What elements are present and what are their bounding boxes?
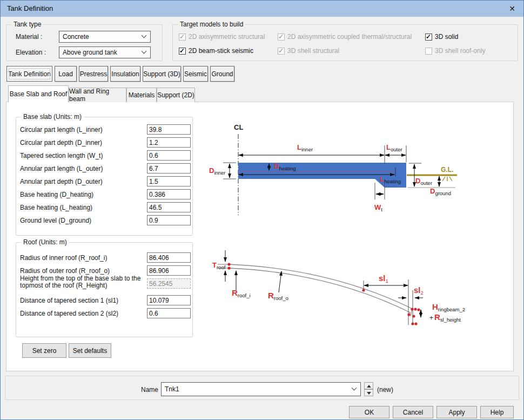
apply-button[interactable]: Apply: [436, 406, 477, 418]
field-label: Height from the top of the base slab to …: [20, 275, 145, 289]
close-icon[interactable]: ✕: [504, 1, 520, 17]
checkbox-2d-axisymmetric-structural: 2D axisymmetric structural: [179, 33, 265, 41]
label-gl: G.L.: [441, 166, 453, 173]
chevron-down-icon: [142, 33, 147, 38]
label-d-outer: Douter: [415, 177, 432, 186]
tab-support-3d[interactable]: Support (3D): [143, 66, 181, 82]
set-zero-button[interactable]: Set zero: [22, 343, 66, 358]
base-slab-diagram: [211, 122, 514, 228]
field-label: Circular part depth (D_inner): [20, 139, 102, 146]
label-l-outer: Louter: [386, 144, 402, 152]
roof-outer-arc: [229, 264, 412, 309]
chevron-down-icon: [142, 49, 147, 54]
l-inner-input[interactable]: [147, 124, 191, 135]
checkbox-3d-shell-roof-only: 3D shell roof-only: [425, 47, 485, 55]
r-height-input: [147, 278, 191, 289]
checkbox-box: [425, 48, 432, 55]
spinner-down-button[interactable]: [364, 389, 373, 396]
ok-button[interactable]: OK: [349, 406, 389, 418]
label-cl: CL: [234, 124, 243, 131]
r-roof-o-input[interactable]: [147, 265, 191, 276]
checkbox-3d-shell-structural: 3D shell structural: [278, 47, 339, 55]
label-d-heating: Dheating: [274, 163, 296, 171]
field-label: Distance of tapered section 2 (sl2): [20, 310, 118, 317]
material-label: Material :: [16, 33, 42, 41]
r-roof-i-input[interactable]: [147, 252, 191, 263]
tab-load[interactable]: Load: [55, 66, 77, 82]
tab-tank-definition[interactable]: Tank Definition: [6, 66, 52, 82]
r-roof-o-arrow: [279, 271, 281, 292]
field-label: Circular part length (L_inner): [20, 126, 103, 134]
tab-ground[interactable]: Ground: [210, 66, 234, 82]
tab-seismic[interactable]: Seismic: [183, 66, 208, 82]
chevron-down-icon: [352, 385, 357, 391]
name-value: Tnk1: [165, 385, 179, 393]
label-l-heating: Lheating: [380, 176, 401, 184]
field-label: Base heating (L_heating): [20, 204, 92, 211]
checkbox-box: [278, 34, 285, 41]
ground-hatch: [442, 177, 452, 181]
label-t-roof: Troof: [212, 262, 225, 270]
label-sl1: sl1: [379, 274, 388, 284]
node-dots: [227, 263, 420, 325]
tank-type-group-title: Tank type: [11, 21, 43, 28]
l-heating-input[interactable]: [147, 202, 191, 212]
label-d-inner: Dinner: [209, 167, 226, 176]
name-label: Name: [141, 386, 158, 394]
checkbox-box[interactable]: [425, 34, 432, 41]
d-ground-input[interactable]: [147, 215, 191, 225]
checkbox-box[interactable]: [179, 48, 186, 55]
roof-group-title: Roof (Units: m): [21, 239, 69, 246]
label-r-sl-height: +Rsl_height: [429, 313, 461, 323]
name-spinner: [364, 382, 373, 396]
label-l-inner: Linner: [297, 144, 313, 152]
roof-diagram: [211, 244, 514, 344]
field-label: Radius of outer roof (R_roof_o): [20, 267, 110, 275]
material-value: Concrete: [63, 33, 89, 41]
name-dropdown[interactable]: Tnk1: [161, 382, 361, 396]
l-outer-input[interactable]: [147, 163, 191, 174]
checkbox-box: [179, 34, 186, 41]
field-label: Annular part length (L_outer): [20, 165, 103, 172]
cancel-button[interactable]: Cancel: [393, 406, 433, 418]
tank-definition-dialog: Tank Definition ✕ Tank type Material : C…: [0, 0, 524, 420]
tab-prestress[interactable]: Prestress: [79, 66, 108, 82]
checkbox-3d-solid[interactable]: 3D solid: [425, 33, 458, 41]
title-bar: Tank Definition ✕: [1, 1, 523, 17]
label-r-roof-o: Rroof_o: [268, 291, 288, 301]
status-new: (new): [377, 386, 393, 394]
field-label: Ground level (D_ground): [20, 217, 91, 224]
set-defaults-button[interactable]: Set defaults: [69, 343, 111, 358]
field-label: Base heating (D_heating): [20, 191, 93, 198]
d-outer-input[interactable]: [147, 176, 191, 186]
target-models-group: [172, 24, 518, 61]
label-w-t: Wt: [374, 204, 382, 212]
label-r-roof-i: Rroof_i: [232, 289, 251, 298]
w-t-input[interactable]: [147, 150, 191, 161]
subtab-base-slab-and-roof[interactable]: Base Slab and Roof: [8, 85, 69, 102]
subtab-materials[interactable]: Materials: [126, 88, 157, 102]
spinner-up-button[interactable]: [364, 382, 373, 389]
help-button[interactable]: Help: [480, 406, 514, 418]
sl1-input[interactable]: [147, 295, 191, 305]
field-label: Distance of tapered section 1 (sl1): [20, 297, 118, 304]
elevation-dropdown[interactable]: Above ground tank: [59, 46, 151, 58]
checkbox-2d-axisymmetric-coupled: 2D axisymmetric coupled thermal/structur…: [278, 33, 412, 41]
d-inner-input[interactable]: [147, 137, 191, 148]
tab-insulation[interactable]: Insulation: [110, 66, 140, 82]
material-dropdown[interactable]: Concrete: [59, 31, 151, 43]
label-sl2: sl2: [414, 286, 424, 296]
checkbox-box: [278, 48, 285, 55]
subtab-wall-and-ring-beam[interactable]: Wall and Ring beam: [69, 88, 126, 102]
checkbox-2d-beam-stick-seismic[interactable]: 2D beam-stick seismic: [179, 47, 253, 55]
field-label: Annular part depth (D_outer): [20, 178, 103, 185]
elevation-label: Elevation :: [16, 49, 46, 56]
sl2-input[interactable]: [147, 308, 191, 318]
window-title: Tank Definition: [7, 1, 53, 17]
label-h-ringbeam-2: Hringbeam_2: [432, 303, 465, 312]
subtab-support-2d[interactable]: Support (2D): [157, 88, 195, 102]
label-d-ground: Dground: [430, 188, 451, 196]
d-heating-input[interactable]: [147, 189, 191, 199]
elevation-value: Above ground tank: [63, 49, 117, 56]
target-models-group-title: Target models to build: [178, 21, 245, 28]
